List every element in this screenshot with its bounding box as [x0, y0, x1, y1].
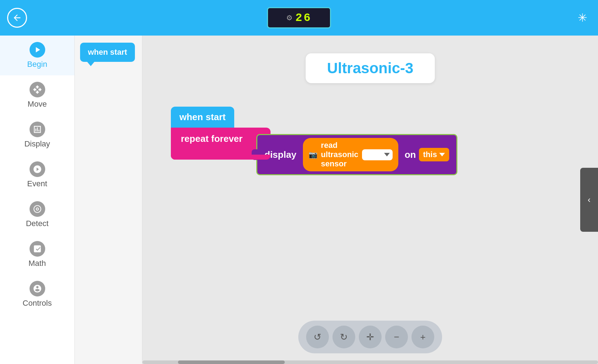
- radar-icon: [33, 204, 42, 214]
- move-icon: [30, 82, 45, 97]
- when-start-block[interactable]: when start: [80, 43, 135, 62]
- port-label: port3: [365, 151, 383, 159]
- zoom-out-button[interactable]: −: [385, 326, 408, 348]
- undo-button[interactable]: ↺: [306, 326, 329, 348]
- move-arrows-icon: [33, 85, 42, 94]
- display-block-wrapper: display 📷 read ultrasonic sensor port3 o…: [256, 134, 457, 175]
- sidebar-item-display[interactable]: Display: [0, 115, 74, 155]
- sidebar-item-math[interactable]: Math: [0, 235, 74, 274]
- sidebar-label-math: Math: [28, 259, 46, 268]
- display-label: display: [261, 149, 300, 160]
- minus-icon: −: [394, 332, 399, 343]
- canvas-scrollbar-thumb[interactable]: [178, 360, 285, 364]
- play-icon: [33, 45, 42, 54]
- zoom-in-button[interactable]: +: [411, 326, 434, 348]
- sidebar-item-begin[interactable]: Begin: [0, 36, 74, 75]
- sidebar-label-detect: Detect: [26, 219, 49, 228]
- on-label: on: [405, 149, 416, 160]
- sidebar-item-event[interactable]: Event: [0, 155, 74, 195]
- move-icon: ✛: [366, 332, 374, 343]
- settings-icon: [33, 284, 42, 293]
- side-panel-arrow-icon: ‹: [588, 195, 591, 205]
- canvas-title-text: Ultrasonic-3: [327, 60, 414, 76]
- sensor-label: read ultrasonic sensor: [321, 141, 358, 168]
- main-layout: Begin Move Display E: [0, 36, 598, 364]
- plus-icon: +: [420, 332, 425, 343]
- canvas-area: Ultrasonic-3 when start repeat forever d…: [142, 36, 598, 364]
- sidebar-label-controls: Controls: [23, 299, 52, 308]
- bluetooth-icon: ✳: [578, 11, 587, 25]
- when-start-trigger-block[interactable]: when start: [171, 107, 234, 128]
- begin-icon: [30, 42, 45, 58]
- blocks-panel: when start: [75, 36, 142, 364]
- repeat-forever-block[interactable]: repeat forever display 📷 read ultrasonic…: [171, 128, 271, 160]
- canvas-title: Ultrasonic-3: [306, 53, 435, 83]
- controls-icon: [30, 281, 45, 296]
- sidebar: Begin Move Display E: [0, 36, 75, 364]
- move-button[interactable]: ✛: [359, 326, 382, 348]
- device-display: ⚙ 26: [231, 5, 367, 31]
- chart-icon: [33, 125, 42, 134]
- gear-icon: ⚙: [286, 14, 293, 22]
- this-label: this: [423, 150, 437, 159]
- this-dropdown-arrow: [439, 153, 445, 156]
- when-start-trigger-label: when start: [179, 112, 226, 122]
- bottom-toolbar: ↺ ↻ ✛ − +: [298, 321, 442, 353]
- sensor-camera-icon: 📷: [309, 150, 318, 159]
- display-screen: ⚙ 26: [267, 7, 331, 28]
- sensor-block[interactable]: 📷 read ultrasonic sensor port3: [303, 138, 398, 171]
- block-connector-left: [252, 149, 257, 160]
- undo-icon: ↺: [314, 332, 321, 343]
- port-dropdown-arrow: [384, 153, 390, 156]
- sidebar-label-move: Move: [28, 100, 47, 109]
- display-number: 26: [295, 11, 312, 25]
- sidebar-label-display: Display: [24, 139, 50, 149]
- port-selector[interactable]: port3: [362, 149, 393, 160]
- when-start-block-label: when start: [88, 48, 127, 57]
- sidebar-label-begin: Begin: [27, 60, 47, 69]
- back-arrow-icon: [12, 13, 22, 23]
- this-selector[interactable]: this: [419, 148, 449, 161]
- event-icon: [30, 161, 45, 177]
- display-icon: [30, 122, 45, 137]
- back-button[interactable]: [7, 8, 27, 28]
- side-panel[interactable]: ‹: [580, 168, 598, 232]
- top-bar: ⚙ 26 ✳: [0, 0, 598, 36]
- repeat-forever-label: repeat forever: [181, 133, 242, 144]
- math-symbol-icon: [33, 244, 42, 253]
- detect-icon: [30, 201, 45, 217]
- code-blocks: when start repeat forever display 📷 read…: [171, 107, 271, 160]
- sidebar-item-detect[interactable]: Detect: [0, 195, 74, 235]
- math-icon: [30, 241, 45, 257]
- redo-button[interactable]: ↻: [332, 326, 355, 348]
- sidebar-item-move[interactable]: Move: [0, 75, 74, 115]
- sidebar-label-event: Event: [27, 179, 47, 188]
- sidebar-item-controls[interactable]: Controls: [0, 274, 74, 314]
- play-circle-icon: [33, 165, 42, 174]
- redo-icon: ↻: [340, 332, 348, 343]
- on-this-block: on this: [401, 148, 453, 161]
- canvas-scrollbar[interactable]: [142, 360, 598, 364]
